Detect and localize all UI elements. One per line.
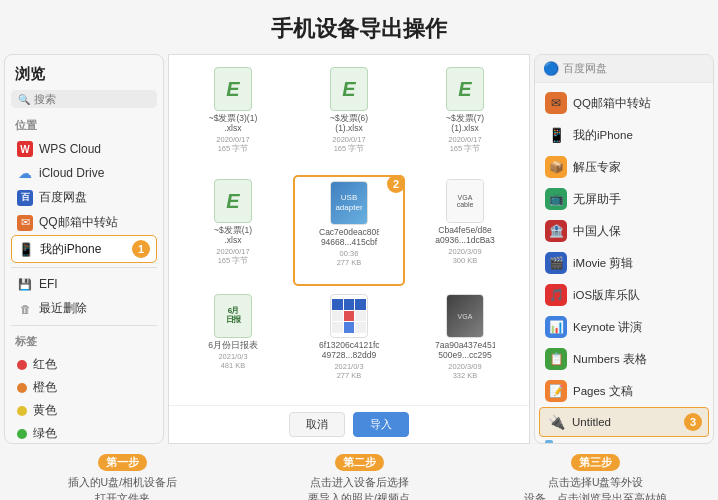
right-list: ✉ QQ邮箱中转站 📱 我的iPhone 📦 解压专家 📺 无屏助手 🏦 [535,83,713,444]
step-2-title: 第二步 [335,454,384,471]
sidebar-item-label: iCloud Drive [39,166,104,180]
qq-mail-icon: ✉ [17,215,33,231]
image-icon [330,294,368,338]
right-item-qq[interactable]: ✉ QQ邮箱中转站 [535,87,713,119]
right-item-keynote[interactable]: 📊 Keynote 讲演 [535,311,713,343]
badge-2: 2 [387,175,405,193]
file-item[interactable]: E ~$发票(7)(1).xlsx 2020/0/17165 字节 [409,63,521,171]
excel-icon: E [214,179,252,223]
right-item-pages[interactable]: 📝 Pages 文稿 [535,375,713,407]
sidebar-item-iphone[interactable]: 📱 我的iPhone 1 [11,235,157,263]
file-item[interactable]: VGAcable Cba4fe5e/d8ea0936...1dcBa3 2020… [409,175,521,286]
steps-row: 第一步 插入的U盘/相机设备后打开文件夹点击我的iPhone设备 第二步 点击进… [4,452,714,500]
search-box[interactable]: 🔍 [11,90,157,108]
pages-app-icon: 📝 [545,380,567,402]
tag-label: 橙色 [33,379,57,396]
baidu-header-icon: 🔵 [543,61,559,76]
file-item[interactable]: E ~$发票(6)(1).xlsx 2020/0/17165 字节 [293,63,405,171]
step-2-desc: 点击进入设备后选择要导入的照片/视频点击底部目标文件夹 [241,475,478,500]
wuping-app-icon: 📺 [545,188,567,210]
recent-delete-icon: 🗑 [17,301,33,317]
excel-icon: E [330,67,368,111]
image-icon: VGAcable [446,179,484,223]
sidebar-item-label: 我的iPhone [40,241,101,258]
jiemi-app-icon: 📦 [545,156,567,178]
right-item-wuping[interactable]: 📺 无屏助手 [535,183,713,215]
divider-1 [11,267,157,268]
file-name: Cba4fe5e/d8ea0936...1dcBa3 [435,225,495,245]
sidebar-item-label: QQ邮箱中转站 [39,214,118,231]
right-item-imovie[interactable]: 🎬 iMovie 剪辑 [535,247,713,279]
efi-icon: 💾 [17,276,33,292]
file-meta: 2021/0/3277 KB [334,362,363,380]
orange-dot [17,383,27,393]
tag-green[interactable]: 绿色 [11,422,157,445]
file-item[interactable]: 6月日报 6月份日报表 2021/0/3481 KB [177,290,289,397]
right-item-label: 无屏助手 [573,192,621,207]
qq-app-icon: ✉ [545,92,567,114]
tag-label: 绿色 [33,425,57,442]
section-location-label: 位置 [11,116,157,137]
right-item-zhongguo[interactable]: 🏦 中国人保 [535,215,713,247]
search-input[interactable] [34,93,150,105]
right-item-numbers[interactable]: 📋 Numbers 表格 [535,343,713,375]
file-name: ~$发票(3)(1).xlsx [209,113,257,133]
file-item[interactable]: E ~$发票(1).xlsx 2020/0/17165 字节 [177,175,289,286]
tag-label: 黄色 [33,402,57,419]
sidebar-item-label: 百度网盘 [39,189,87,206]
sidebar-item-label: 最近删除 [39,300,87,317]
file-item[interactable]: VGA 7aa90a437e451500e9...cc295 2020/3/09… [409,290,521,397]
main-content: 浏览 🔍 位置 W WPS Cloud ☁ iCloud Drive 百 百度网… [4,54,714,444]
image-preview: VGA [447,295,483,337]
sidebar-item-icloud[interactable]: ☁ iCloud Drive [11,161,157,185]
sidebar-item-label: EFI [39,277,58,291]
tag-orange[interactable]: 橙色 [11,376,157,399]
right-item-ios[interactable]: 🎵 iOS版库乐队 [535,279,713,311]
sidebar-item-qq[interactable]: ✉ QQ邮箱中转站 [11,210,157,235]
file-meta: 2021/0/3481 KB [218,352,247,370]
middle-panel: E ~$发票(3)(1).xlsx 2020/0/17165 字节 E ~$发票… [168,54,530,444]
sidebar-item-wps[interactable]: W WPS Cloud [11,137,157,161]
step-3-title: 第三步 [571,454,620,471]
file-meta: 2020/0/17165 字节 [448,135,481,154]
step-1-desc: 插入的U盘/相机设备后打开文件夹点击我的iPhone设备 [4,475,241,500]
file-name: ~$发票(1).xlsx [214,225,252,245]
import-button[interactable]: 导入 [353,412,409,437]
excel-icon: E [446,67,484,111]
sidebar-item-recent[interactable]: 🗑 最近删除 [11,296,157,321]
right-item-label: 中国人保 [573,224,621,239]
divider-2 [11,325,157,326]
right-item-other[interactable]: 其他 [535,437,713,444]
yellow-dot [17,406,27,416]
right-panel-title: 百度网盘 [563,61,607,76]
file-meta: 2020/0/17165 字节 [216,247,249,266]
file-meta: 2020/3/09300 KB [448,247,481,265]
imovie-app-icon: 🎬 [545,252,567,274]
left-panel: 浏览 🔍 位置 W WPS Cloud ☁ iCloud Drive 百 百度网… [4,54,164,444]
right-item-iphone[interactable]: 📱 我的iPhone [535,119,713,151]
file-grid: E ~$发票(3)(1).xlsx 2020/0/17165 字节 E ~$发票… [169,55,529,405]
green-dot [17,429,27,439]
step-1: 第一步 插入的U盘/相机设备后打开文件夹点击我的iPhone设备 [4,452,241,500]
icloud-icon: ☁ [17,165,33,181]
file-meta: 2020/0/17165 字节 [216,135,249,154]
ios-app-icon: 🎵 [545,284,567,306]
right-item-jiemi[interactable]: 📦 解压专家 [535,151,713,183]
right-item-untitled[interactable]: 🔌 Untitled 3 [539,407,709,437]
file-item[interactable]: 6f13206c4121fc49728...82dd9 2021/0/3277 … [293,290,405,397]
file-item-selected[interactable]: 2 USBadapter Cac7e0deac80894668...415cbf… [293,175,405,286]
sidebar-item-efi[interactable]: 💾 EFI [11,272,157,296]
right-item-label: Untitled [572,416,611,428]
tag-red[interactable]: 红色 [11,353,157,376]
step-1-title: 第一步 [98,454,147,471]
file-item[interactable]: E ~$发票(3)(1).xlsx 2020/0/17165 字节 [177,63,289,171]
tag-yellow[interactable]: 黄色 [11,399,157,422]
folder-other-icon [545,442,565,444]
iphone-icon: 📱 [18,241,34,257]
file-meta: 00:36277 KB [337,249,362,267]
right-item-label: QQ邮箱中转站 [573,96,651,111]
excel-icon: E [214,67,252,111]
cancel-button[interactable]: 取消 [289,412,345,437]
sidebar-item-baidu[interactable]: 百 百度网盘 [11,185,157,210]
file-meta: 2020/3/09332 KB [448,362,481,380]
